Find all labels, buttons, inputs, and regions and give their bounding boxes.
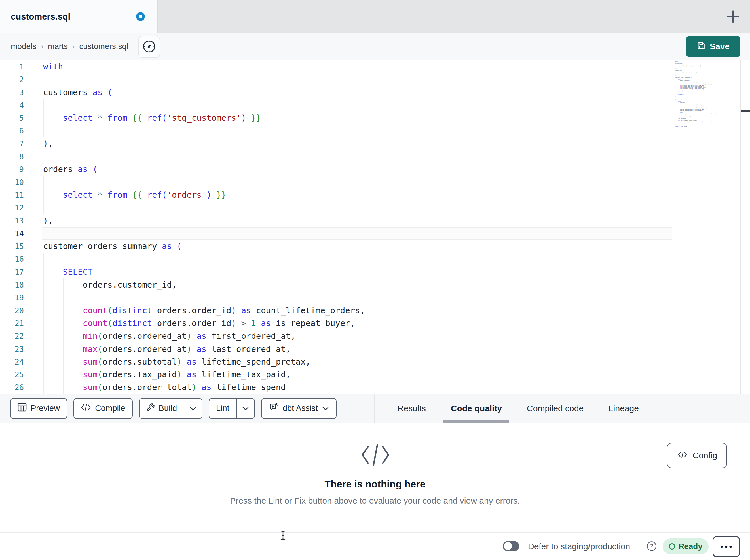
code-editor[interactable]: 1with23customers as (45 select * from {{… [0,60,750,394]
code-line[interactable]: 17 SELECT [0,266,750,278]
code-line[interactable]: 11 select * from {{ ref('orders') }} [0,189,750,201]
code-line[interactable]: 25 sum(orders.tax_paid) as lifetime_tax_… [0,368,750,381]
status-menu-button[interactable]: ••• [713,536,740,557]
build-button[interactable]: Build [139,398,203,419]
code-text: ), [43,214,53,227]
chevron-down-icon [322,403,329,413]
breadcrumb-item-marts[interactable]: marts [48,42,68,51]
code-line[interactable]: 16 [0,253,750,265]
build-label: Build [159,403,177,413]
file-tab[interactable]: customers.sql [0,0,158,33]
lint-dropdown[interactable] [237,398,254,418]
line-number: 11 [0,189,24,201]
config-button[interactable]: Config [667,443,727,468]
code-line[interactable]: 19 [0,291,750,304]
config-button-label: Config [693,451,717,460]
defer-label: Defer to staging/production [528,533,630,560]
svg-text:?: ? [650,543,653,549]
dbt-assist-button[interactable]: dbt Assist [261,398,337,419]
tab-code-quality[interactable]: Code quality [438,394,514,422]
code-line[interactable]: 9orders as ( [0,163,750,175]
breadcrumb-separator: › [72,42,75,51]
modified-dot-icon [136,12,145,21]
ready-label: Ready [678,542,703,551]
editor-toolbar: PreviewCompileBuildLintdbt Assist Result… [0,394,750,423]
line-number: 20 [0,304,24,317]
code-text: customer_orders_summary as ( [43,240,182,253]
panel-tabs: ResultsCode qualityCompiled codeLineage [385,394,651,422]
toolbar-buttons: PreviewCompileBuildLintdbt Assist [10,394,337,422]
code-rows: 1with23customers as (45 select * from {{… [0,60,750,394]
save-button[interactable]: Save [686,36,740,57]
indent-guide [43,99,44,111]
code-line[interactable]: 24 sum(orders.subtotal) as lifetime_spen… [0,355,750,368]
file-tab-title: customers.sql [11,0,70,33]
chevron-down-icon [190,403,197,413]
line-number: 9 [0,163,24,175]
code-line[interactable]: 2 [0,73,750,86]
compile-button[interactable]: Compile [74,398,133,419]
code-text: SELECT [43,266,93,278]
code-line[interactable]: 1with [0,60,750,73]
code-line[interactable]: 21 count(distinct orders.order_id) > 1 a… [0,317,750,330]
line-number: 17 [0,266,24,278]
save-button-label: Save [710,42,730,51]
code-text: max(orders.ordered_at) as last_ordered_a… [43,343,291,355]
code-line[interactable]: 4 [0,99,750,111]
plus-icon [725,21,741,25]
code-line[interactable]: 14 [0,227,750,240]
line-number: 23 [0,343,24,355]
wrench-icon [146,403,155,414]
code-line[interactable]: 26 sum(orders.order_total) as lifetime_s… [0,381,750,394]
line-number: 16 [0,253,24,265]
code-line[interactable]: 13), [0,214,750,227]
explore-lineage-button[interactable] [138,36,160,58]
lint-label: Lint [216,403,230,413]
build-dropdown[interactable] [184,398,202,418]
line-number: 13 [0,214,24,227]
code-line[interactable]: 15customer_orders_summary as ( [0,240,750,253]
indent-guide [43,291,44,304]
code-line[interactable]: 6 [0,124,750,137]
status-bar: Defer to staging/production ? Ready ••• [0,532,750,560]
defer-toggle[interactable] [503,541,519,551]
line-number: 24 [0,355,24,368]
new-tab-button[interactable] [725,8,742,25]
code-line[interactable]: 22 min(orders.ordered_at) as first_order… [0,330,750,343]
ready-status-badge[interactable]: Ready [663,538,709,554]
question-circle-icon[interactable]: ? [646,541,657,553]
tab-results[interactable]: Results [385,394,438,422]
ellipsis-icon: ••• [719,542,733,551]
chat-plus-icon [269,402,279,414]
line-number: 6 [0,124,24,137]
code-line[interactable]: 3customers as ( [0,86,750,99]
code-text: orders.customer_id, [43,278,177,291]
code-line[interactable]: 8 [0,150,750,163]
code-line[interactable]: 18 orders.customer_id, [0,278,750,291]
code-text: select * from {{ ref('orders') }} [43,189,226,201]
line-number: 25 [0,368,24,381]
minimap[interactable]: with customers as ( select * from {{ ref… [675,61,739,127]
breadcrumb-item-models[interactable]: models [11,42,36,51]
preview-button[interactable]: Preview [10,398,67,419]
code-text: count(distinct orders.order_id) > 1 as i… [43,317,355,330]
code-line[interactable]: 10 [0,176,750,189]
code-line[interactable]: 23 max(orders.ordered_at) as last_ordere… [0,343,750,355]
lint-button[interactable]: Lint [209,398,255,419]
tab-lineage[interactable]: Lineage [596,394,651,422]
code-text: sum(orders.tax_paid) as lifetime_tax_pai… [43,368,291,381]
code-line[interactable]: 7), [0,138,750,150]
code-quality-panel: Config There is nothing here Press the L… [0,423,750,532]
code-line[interactable]: 20 count(distinct orders.order_id) as co… [0,304,750,317]
toggle-knob [504,542,512,550]
code-line[interactable]: 5 select * from {{ ref('stg_customers') … [0,111,750,124]
tab-compiled-code[interactable]: Compiled code [514,394,596,422]
code-line[interactable]: 12 [0,201,750,214]
code-text: count(distinct orders.order_id) as count… [43,304,365,317]
line-number: 7 [0,138,24,150]
table-icon [18,403,27,414]
line-number: 26 [0,381,24,394]
tab-strip: customers.sql [0,0,750,33]
compass-icon [142,39,157,55]
breadcrumb-bar: models › marts › customers.sql Save [0,33,750,60]
